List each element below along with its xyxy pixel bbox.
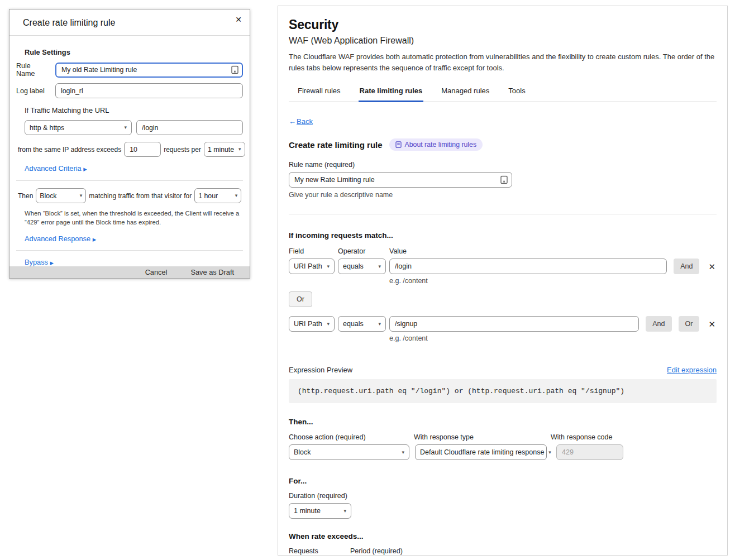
chevron-down-icon: ▾ [235,193,238,198]
tab-tools[interactable]: Tools [507,83,526,102]
match-row: URI Path ▾ equals ▾ And Or ✕ [289,316,717,332]
chevron-down-icon: ▾ [343,509,346,514]
caret-right-icon: ▶ [83,166,87,172]
value-input[interactable] [389,259,667,274]
choose-action-label: Choose action (required) [289,433,414,441]
rate-heading: When rate exceeds... [289,532,717,540]
create-rate-limit-modal: Create rate limiting rule ✕ Rule Setting… [9,9,250,279]
rule-name-helper: Give your rule a descriptive name [289,191,717,199]
cancel-button[interactable]: Cancel [145,268,168,276]
log-label-label: Log label [16,87,51,95]
chevron-down-icon: ▾ [402,450,404,455]
operator-column-label: Operator [338,247,389,255]
match-heading: If incoming requests match... [289,231,717,240]
tab-rate-limiting-rules[interactable]: Rate limiting rules [359,83,424,102]
rule-name-input[interactable] [289,172,512,188]
back-link[interactable]: ←Back [289,117,313,126]
and-button[interactable]: And [646,316,671,332]
or-button[interactable]: Or [289,291,312,307]
chevron-down-icon: ▾ [327,322,330,327]
value-input[interactable] [389,316,639,332]
field-select[interactable]: URI Path ▾ [289,259,335,274]
or-button[interactable]: Or [679,316,700,332]
chevron-down-icon: ▾ [548,450,551,455]
advanced-criteria-link[interactable]: Advanced Criteria ▶ [25,164,87,173]
log-label-input[interactable] [55,83,243,98]
chevron-down-icon: ▾ [80,193,83,198]
chevron-down-icon: ▾ [238,147,241,152]
period-label: Period (required) [350,547,403,556]
duration-select[interactable]: 1 minute ▾ [289,503,351,519]
duration-label: Duration (required) [289,492,717,500]
tab-managed-rules[interactable]: Managed rules [440,83,490,102]
document-icon [395,141,402,148]
traffic-match-label: If Traffic Matching the URL [25,106,243,114]
save-as-draft-button[interactable]: Save as Draft [190,268,234,276]
requests-per-text: requests per [164,146,201,154]
rule-name-input[interactable] [55,63,243,78]
chevron-down-icon: ▾ [378,322,381,327]
security-waf-panel: Security WAF (Web Application Firewall) … [278,6,728,556]
remove-row-icon[interactable]: ✕ [707,320,717,328]
requests-label: Requests (required) [289,547,350,556]
page-description: The Cloudflare WAF provides both automat… [289,51,717,73]
page-subtitle: WAF (Web Application Firewall) [289,36,717,46]
match-row: URI Path ▾ equals ▾ And ✕ [289,259,717,274]
ban-duration-select[interactable]: 1 hour ▾ [194,188,241,203]
advanced-response-link[interactable]: Advanced Response ▶ [25,234,96,243]
response-code-input [556,444,623,460]
modal-title: Create rate limiting rule [23,18,236,28]
url-input[interactable] [136,120,243,135]
expression-preview-code: (http.request.uri.path eq "/login") or (… [289,379,717,403]
value-helper: e.g. /content [389,334,717,342]
scheme-select[interactable]: http & https ▾ [25,120,132,135]
response-type-label: With response type [414,433,551,441]
chevron-down-icon: ▾ [124,125,127,130]
action-select[interactable]: Block ▾ [289,444,409,460]
response-code-label: With response code [551,433,612,441]
field-column-label: Field [289,247,338,255]
period-select[interactable]: 1 minute ▾ [204,142,245,157]
rule-settings-heading: Rule Settings [25,48,243,56]
expression-preview-label: Expression Preview [289,366,352,374]
value-column-label: Value [389,247,407,255]
modal-header: Create rate limiting rule ✕ [9,9,250,36]
bypass-link[interactable]: Bypass ▶ [25,258,54,266]
modal-footer: Cancel Save as Draft [9,266,250,278]
rule-name-label: Rule name (required) [289,161,717,169]
operator-select[interactable]: equals ▾ [338,316,386,332]
waf-tabs: Firewall rules Rate limiting rules Manag… [289,83,717,102]
then-label: Then [18,192,33,200]
value-helper: e.g. /content [389,277,717,285]
field-select[interactable]: URI Path ▾ [289,316,335,332]
requests-input[interactable] [124,142,161,157]
response-type-select[interactable]: Default Cloudflare rate limiting respons… [415,444,547,460]
form-title: Create rate limiting rule [289,140,383,150]
for-heading: For... [289,477,717,485]
arrow-left-icon: ← [289,117,296,126]
caret-right-icon: ▶ [50,260,54,266]
remove-row-icon[interactable]: ✕ [707,262,717,271]
block-note: When “Block” is set, when the threshold … [25,209,244,227]
edit-expression-link[interactable]: Edit expression [667,366,717,374]
rule-name-label: Rule Name [16,62,51,78]
about-rate-limiting-badge[interactable]: About rate limiting rules [389,138,483,151]
chevron-down-icon: ▾ [327,264,330,269]
caret-right-icon: ▶ [93,237,97,242]
and-button[interactable]: And [674,259,699,274]
operator-select[interactable]: equals ▾ [338,259,386,274]
then-heading: Then... [289,418,717,426]
action-select[interactable]: Block ▾ [36,188,86,203]
exceeds-text: from the same IP address exceeds [18,146,121,154]
chevron-down-icon: ▾ [378,264,381,269]
close-icon[interactable]: ✕ [235,15,242,24]
page-title: Security [289,17,717,32]
matching-text: matching traffic from that visitor for [89,192,192,200]
tab-firewall-rules[interactable]: Firewall rules [297,83,342,102]
